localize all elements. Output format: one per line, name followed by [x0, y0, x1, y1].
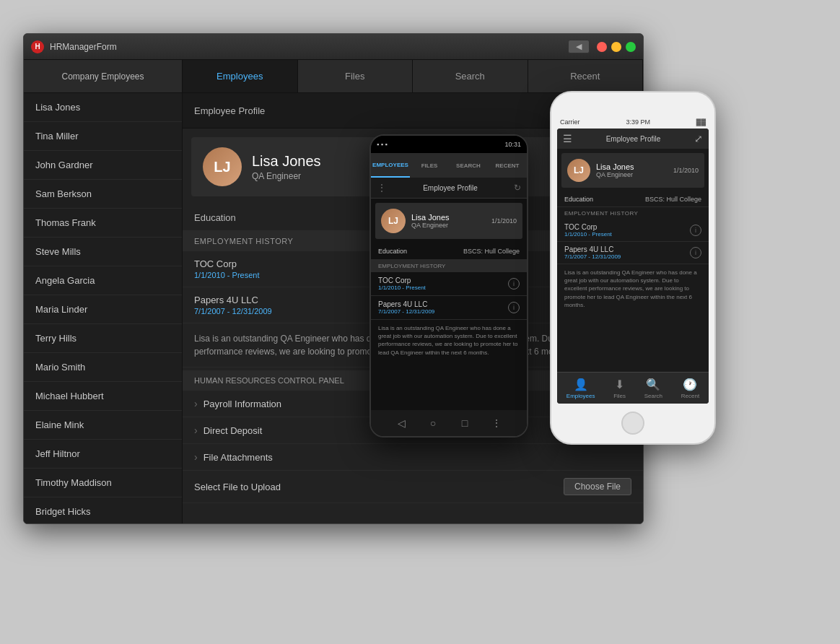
- tab-employees[interactable]: Employees: [183, 60, 298, 92]
- tab-files[interactable]: Files: [298, 60, 414, 92]
- close-button[interactable]: [597, 42, 607, 52]
- employees-tab-icon: 👤: [574, 378, 588, 391]
- sidebar-item-john-gardner[interactable]: John Gardner: [24, 151, 182, 180]
- file-upload-button[interactable]: Choose File: [564, 478, 631, 495]
- sidebar-item-tina-miller[interactable]: Tina Miller: [24, 122, 182, 151]
- deposit-icon: ›: [194, 425, 198, 436]
- android-info-icon-0[interactable]: i: [508, 278, 520, 290]
- iphone-emp-item-1: Papers 4U LLC 7/1/2007 - 12/31/2009 i: [557, 242, 709, 264]
- android-tab-employees[interactable]: EMPLOYEES: [371, 153, 410, 178]
- sidebar-item-michael-hubbert[interactable]: Michael Hubbert: [24, 382, 182, 411]
- iphone-time: 3:39 PM: [626, 118, 650, 126]
- iphone-tab-employees[interactable]: 👤 Employees: [566, 378, 595, 399]
- android-emp-company-1: Papers 4U LLC: [378, 300, 434, 308]
- android-profile-name: Lisa Jones: [411, 213, 450, 222]
- iphone-emp-dates-1: 7/1/2007 - 12/31/2009: [564, 253, 621, 260]
- iphone-tab-search[interactable]: 🔍 Search: [644, 378, 662, 399]
- android-tab-recent[interactable]: RECENT: [488, 153, 527, 178]
- android-emp-dates-0: 1/1/2010 - Present: [378, 284, 426, 291]
- search-tab-icon: 🔍: [646, 378, 660, 391]
- android-nav-bar: ◁ ○ □ ⋮: [371, 410, 527, 436]
- iphone-emp-company-0: TOC Corp: [564, 223, 612, 231]
- iphone-education-label: Education: [564, 196, 593, 203]
- title-bar: H HRManagerForm ◀: [24, 34, 643, 60]
- android-emp-item-1: Papers 4U LLC 7/1/2007 - 12/31/2009 i: [371, 296, 527, 320]
- iphone-tab-recent[interactable]: 🕐 Recent: [681, 378, 699, 399]
- sidebar-item-lisa-jones[interactable]: Lisa Jones: [24, 93, 182, 122]
- iphone-carrier: Carrier: [560, 118, 580, 126]
- iphone-education-value: BSCS: Hull College: [645, 196, 701, 203]
- android-profile-info: Lisa Jones QA Engineer: [411, 213, 450, 229]
- iphone-tab-bar: 👤 Employees ⬇ Files 🔍 Search 🕐 Recent: [557, 372, 709, 404]
- android-menu-nav[interactable]: ⋮: [489, 415, 504, 431]
- android-signal-icons: ▪ ▪ ▪: [377, 141, 388, 148]
- sidebar-item-angela-garcia[interactable]: Angela Garcia: [24, 266, 182, 295]
- iphone-list-icon[interactable]: ☰: [563, 133, 572, 144]
- iphone-emp-dates-0: 1/1/2010 - Present: [564, 231, 612, 238]
- sidebar-item-timothy-maddison[interactable]: Timothy Maddison: [24, 469, 182, 497]
- android-recents-nav[interactable]: □: [457, 415, 473, 431]
- iphone-emp-company-1: Papers 4U LLC: [564, 245, 621, 253]
- sidebar-item-steve-mills[interactable]: Steve Mills: [24, 238, 182, 266]
- iphone-info-icon-1[interactable]: i: [690, 247, 701, 258]
- iphone-profile-info: Lisa Jones QA Engineer: [596, 162, 634, 178]
- iphone-employment-header: EMPLOYMENT HISTORY: [557, 207, 709, 219]
- tab-recent[interactable]: Recent: [528, 60, 644, 92]
- window-title: HRManagerForm: [50, 42, 568, 52]
- sidebar-item-thomas-frank[interactable]: Thomas Frank: [24, 209, 182, 238]
- iphone-emp-item-0: TOC Corp 1/1/2010 - Present i: [557, 219, 709, 242]
- android-education-section: Education BSCS: Hull College: [371, 243, 527, 260]
- tab-search[interactable]: Search: [413, 60, 528, 92]
- attachment-icon: ›: [194, 451, 198, 463]
- payroll-icon: ›: [194, 398, 198, 409]
- sidebar-item-sam-berkson[interactable]: Sam Berkson: [24, 180, 182, 209]
- android-time: 10:31: [504, 141, 521, 148]
- maximize-button[interactable]: [626, 42, 636, 52]
- minimize-button[interactable]: [611, 42, 621, 52]
- android-panel-header: ⋮ Employee Profile ↻: [371, 178, 527, 199]
- android-tab-files[interactable]: FILES: [410, 153, 449, 178]
- recent-tab-icon: 🕐: [683, 378, 697, 391]
- iphone-tab-files[interactable]: ⬇ Files: [613, 378, 626, 399]
- iphone-avatar: LJ: [567, 159, 590, 182]
- panel-title: Employee Profile: [194, 105, 265, 116]
- android-phone: ▪ ▪ ▪ 10:31 EMPLOYEES FILES SEARCH RECEN…: [369, 134, 528, 438]
- back-button[interactable]: ◀: [568, 40, 590, 53]
- android-tab-bar: EMPLOYEES FILES SEARCH RECENT: [371, 153, 527, 178]
- android-back-nav[interactable]: ◁: [393, 415, 409, 431]
- android-emp-company-0: TOC Corp: [378, 277, 426, 284]
- file-upload-label: Select File to Upload: [194, 482, 281, 492]
- sidebar-item-jeff-hiltnor[interactable]: Jeff Hiltnor: [24, 440, 182, 469]
- file-upload-row: Select File to Upload Choose File: [183, 471, 643, 503]
- iphone-info-icon-0[interactable]: i: [690, 225, 701, 236]
- iphone-profile-role: QA Engineer: [596, 171, 634, 178]
- iphone-expand-icon[interactable]: ⤢: [694, 133, 703, 144]
- sidebar-item-terry-hills[interactable]: Terry Hills: [24, 324, 182, 353]
- android-employment-header: EMPLOYMENT HISTORY: [371, 260, 527, 272]
- iphone-education-section: Education BSCS: Hull College: [557, 192, 709, 207]
- android-profile-card: LJ Lisa Jones QA Engineer 1/1/2010: [375, 203, 522, 239]
- sidebar-item-bridget-hicks[interactable]: Bridget Hicks: [24, 497, 182, 523]
- iphone-status-bar: Carrier 3:39 PM ▓▓: [551, 118, 714, 126]
- android-menu-icon[interactable]: ⋮: [377, 182, 387, 193]
- android-home-nav[interactable]: ○: [425, 415, 441, 431]
- iphone-header-title: Employee Profile: [606, 135, 661, 143]
- android-info-icon-1[interactable]: i: [508, 302, 520, 313]
- android-refresh-icon[interactable]: ↻: [514, 183, 521, 193]
- sidebar-item-mario-smith[interactable]: Mario Smith: [24, 353, 182, 382]
- iphone: Carrier 3:39 PM ▓▓ ☰ Employee Profile ⤢ …: [550, 91, 716, 445]
- window-controls: [597, 42, 636, 52]
- tab-company-employees[interactable]: Company Employees: [24, 60, 183, 92]
- education-label: Education: [194, 212, 236, 223]
- iphone-screen: ☰ Employee Profile ⤢ LJ Lisa Jones QA En…: [557, 129, 709, 404]
- iphone-profile-name: Lisa Jones: [596, 162, 634, 171]
- sidebar-item-maria-linder[interactable]: Maria Linder: [24, 295, 182, 324]
- android-profile-role: QA Engineer: [411, 222, 450, 229]
- sidebar-item-elaine-mink[interactable]: Elaine Mink: [24, 411, 182, 440]
- employee-sidebar: Lisa Jones Tina Miller John Gardner Sam …: [24, 93, 183, 523]
- android-tab-search[interactable]: SEARCH: [449, 153, 488, 178]
- iphone-profile-card: LJ Lisa Jones QA Engineer 1/1/2010: [561, 153, 704, 188]
- hr-item-file-attachments[interactable]: › File Attachments: [183, 444, 643, 471]
- iphone-home-button[interactable]: [621, 412, 644, 435]
- android-emp-item-0: TOC Corp 1/1/2010 - Present i: [371, 272, 527, 296]
